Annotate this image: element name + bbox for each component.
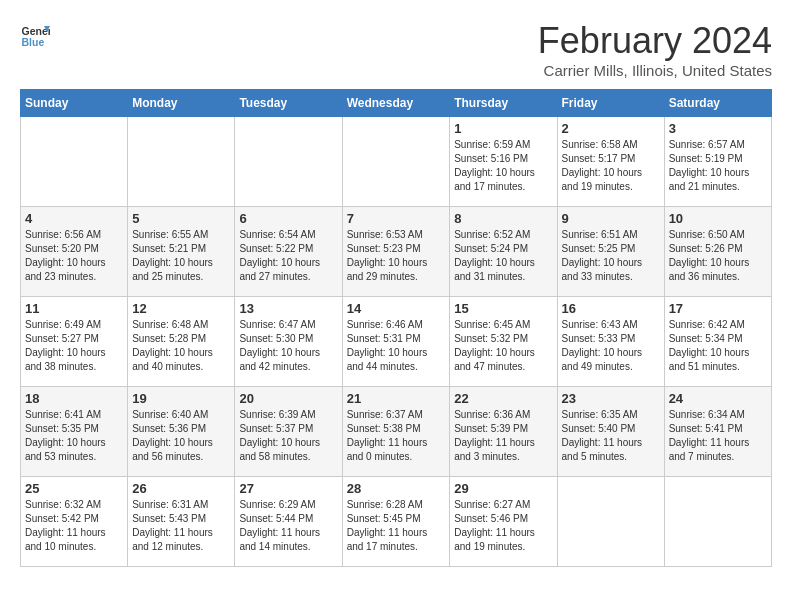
calendar-cell: 15Sunrise: 6:45 AMSunset: 5:32 PMDayligh… bbox=[450, 297, 557, 387]
day-number: 14 bbox=[347, 301, 446, 316]
calendar-week-row: 18Sunrise: 6:41 AMSunset: 5:35 PMDayligh… bbox=[21, 387, 772, 477]
calendar-week-row: 25Sunrise: 6:32 AMSunset: 5:42 PMDayligh… bbox=[21, 477, 772, 567]
title-section: February 2024 Carrier Mills, Illinois, U… bbox=[538, 20, 772, 79]
page-header: General Blue February 2024 Carrier Mills… bbox=[20, 20, 772, 79]
weekday-header: Monday bbox=[128, 90, 235, 117]
calendar-cell bbox=[235, 117, 342, 207]
day-info: Sunrise: 6:49 AMSunset: 5:27 PMDaylight:… bbox=[25, 318, 123, 374]
day-number: 23 bbox=[562, 391, 660, 406]
calendar-cell: 25Sunrise: 6:32 AMSunset: 5:42 PMDayligh… bbox=[21, 477, 128, 567]
day-number: 29 bbox=[454, 481, 552, 496]
day-info: Sunrise: 6:54 AMSunset: 5:22 PMDaylight:… bbox=[239, 228, 337, 284]
weekday-header: Tuesday bbox=[235, 90, 342, 117]
day-info: Sunrise: 6:57 AMSunset: 5:19 PMDaylight:… bbox=[669, 138, 767, 194]
calendar-cell: 27Sunrise: 6:29 AMSunset: 5:44 PMDayligh… bbox=[235, 477, 342, 567]
day-number: 25 bbox=[25, 481, 123, 496]
day-number: 2 bbox=[562, 121, 660, 136]
day-number: 6 bbox=[239, 211, 337, 226]
day-info: Sunrise: 6:47 AMSunset: 5:30 PMDaylight:… bbox=[239, 318, 337, 374]
calendar-cell: 20Sunrise: 6:39 AMSunset: 5:37 PMDayligh… bbox=[235, 387, 342, 477]
day-info: Sunrise: 6:53 AMSunset: 5:23 PMDaylight:… bbox=[347, 228, 446, 284]
day-number: 18 bbox=[25, 391, 123, 406]
calendar-cell: 18Sunrise: 6:41 AMSunset: 5:35 PMDayligh… bbox=[21, 387, 128, 477]
day-info: Sunrise: 6:42 AMSunset: 5:34 PMDaylight:… bbox=[669, 318, 767, 374]
weekday-header: Friday bbox=[557, 90, 664, 117]
day-number: 5 bbox=[132, 211, 230, 226]
calendar-week-row: 1Sunrise: 6:59 AMSunset: 5:16 PMDaylight… bbox=[21, 117, 772, 207]
day-number: 21 bbox=[347, 391, 446, 406]
weekday-header: Thursday bbox=[450, 90, 557, 117]
day-info: Sunrise: 6:39 AMSunset: 5:37 PMDaylight:… bbox=[239, 408, 337, 464]
day-info: Sunrise: 6:59 AMSunset: 5:16 PMDaylight:… bbox=[454, 138, 552, 194]
calendar-cell: 12Sunrise: 6:48 AMSunset: 5:28 PMDayligh… bbox=[128, 297, 235, 387]
day-info: Sunrise: 6:35 AMSunset: 5:40 PMDaylight:… bbox=[562, 408, 660, 464]
day-info: Sunrise: 6:51 AMSunset: 5:25 PMDaylight:… bbox=[562, 228, 660, 284]
calendar-cell bbox=[557, 477, 664, 567]
calendar-cell: 29Sunrise: 6:27 AMSunset: 5:46 PMDayligh… bbox=[450, 477, 557, 567]
day-info: Sunrise: 6:37 AMSunset: 5:38 PMDaylight:… bbox=[347, 408, 446, 464]
weekday-header-row: SundayMondayTuesdayWednesdayThursdayFrid… bbox=[21, 90, 772, 117]
day-number: 20 bbox=[239, 391, 337, 406]
day-number: 15 bbox=[454, 301, 552, 316]
day-number: 26 bbox=[132, 481, 230, 496]
day-number: 27 bbox=[239, 481, 337, 496]
day-number: 8 bbox=[454, 211, 552, 226]
day-info: Sunrise: 6:43 AMSunset: 5:33 PMDaylight:… bbox=[562, 318, 660, 374]
calendar-cell: 4Sunrise: 6:56 AMSunset: 5:20 PMDaylight… bbox=[21, 207, 128, 297]
calendar-cell: 5Sunrise: 6:55 AMSunset: 5:21 PMDaylight… bbox=[128, 207, 235, 297]
day-number: 1 bbox=[454, 121, 552, 136]
calendar-cell: 23Sunrise: 6:35 AMSunset: 5:40 PMDayligh… bbox=[557, 387, 664, 477]
calendar-cell: 24Sunrise: 6:34 AMSunset: 5:41 PMDayligh… bbox=[664, 387, 771, 477]
day-number: 3 bbox=[669, 121, 767, 136]
calendar-cell: 8Sunrise: 6:52 AMSunset: 5:24 PMDaylight… bbox=[450, 207, 557, 297]
calendar-cell bbox=[664, 477, 771, 567]
day-info: Sunrise: 6:52 AMSunset: 5:24 PMDaylight:… bbox=[454, 228, 552, 284]
day-number: 19 bbox=[132, 391, 230, 406]
day-info: Sunrise: 6:41 AMSunset: 5:35 PMDaylight:… bbox=[25, 408, 123, 464]
weekday-header: Sunday bbox=[21, 90, 128, 117]
weekday-header: Saturday bbox=[664, 90, 771, 117]
calendar-cell: 2Sunrise: 6:58 AMSunset: 5:17 PMDaylight… bbox=[557, 117, 664, 207]
day-number: 16 bbox=[562, 301, 660, 316]
day-number: 7 bbox=[347, 211, 446, 226]
subtitle: Carrier Mills, Illinois, United States bbox=[538, 62, 772, 79]
day-number: 24 bbox=[669, 391, 767, 406]
day-info: Sunrise: 6:40 AMSunset: 5:36 PMDaylight:… bbox=[132, 408, 230, 464]
calendar-cell: 11Sunrise: 6:49 AMSunset: 5:27 PMDayligh… bbox=[21, 297, 128, 387]
day-info: Sunrise: 6:34 AMSunset: 5:41 PMDaylight:… bbox=[669, 408, 767, 464]
day-info: Sunrise: 6:36 AMSunset: 5:39 PMDaylight:… bbox=[454, 408, 552, 464]
calendar-cell: 3Sunrise: 6:57 AMSunset: 5:19 PMDaylight… bbox=[664, 117, 771, 207]
day-number: 13 bbox=[239, 301, 337, 316]
day-info: Sunrise: 6:29 AMSunset: 5:44 PMDaylight:… bbox=[239, 498, 337, 554]
calendar-table: SundayMondayTuesdayWednesdayThursdayFrid… bbox=[20, 89, 772, 567]
day-info: Sunrise: 6:50 AMSunset: 5:26 PMDaylight:… bbox=[669, 228, 767, 284]
calendar-cell: 21Sunrise: 6:37 AMSunset: 5:38 PMDayligh… bbox=[342, 387, 450, 477]
day-info: Sunrise: 6:31 AMSunset: 5:43 PMDaylight:… bbox=[132, 498, 230, 554]
day-number: 10 bbox=[669, 211, 767, 226]
calendar-week-row: 4Sunrise: 6:56 AMSunset: 5:20 PMDaylight… bbox=[21, 207, 772, 297]
calendar-cell: 1Sunrise: 6:59 AMSunset: 5:16 PMDaylight… bbox=[450, 117, 557, 207]
day-info: Sunrise: 6:32 AMSunset: 5:42 PMDaylight:… bbox=[25, 498, 123, 554]
calendar-cell: 7Sunrise: 6:53 AMSunset: 5:23 PMDaylight… bbox=[342, 207, 450, 297]
weekday-header: Wednesday bbox=[342, 90, 450, 117]
day-number: 12 bbox=[132, 301, 230, 316]
calendar-cell: 19Sunrise: 6:40 AMSunset: 5:36 PMDayligh… bbox=[128, 387, 235, 477]
calendar-cell: 13Sunrise: 6:47 AMSunset: 5:30 PMDayligh… bbox=[235, 297, 342, 387]
calendar-cell: 6Sunrise: 6:54 AMSunset: 5:22 PMDaylight… bbox=[235, 207, 342, 297]
day-number: 4 bbox=[25, 211, 123, 226]
day-info: Sunrise: 6:56 AMSunset: 5:20 PMDaylight:… bbox=[25, 228, 123, 284]
day-info: Sunrise: 6:27 AMSunset: 5:46 PMDaylight:… bbox=[454, 498, 552, 554]
calendar-cell: 17Sunrise: 6:42 AMSunset: 5:34 PMDayligh… bbox=[664, 297, 771, 387]
day-number: 22 bbox=[454, 391, 552, 406]
day-info: Sunrise: 6:46 AMSunset: 5:31 PMDaylight:… bbox=[347, 318, 446, 374]
day-info: Sunrise: 6:58 AMSunset: 5:17 PMDaylight:… bbox=[562, 138, 660, 194]
svg-text:Blue: Blue bbox=[22, 36, 45, 48]
calendar-cell bbox=[342, 117, 450, 207]
day-number: 11 bbox=[25, 301, 123, 316]
logo: General Blue bbox=[20, 20, 50, 50]
day-number: 17 bbox=[669, 301, 767, 316]
day-info: Sunrise: 6:55 AMSunset: 5:21 PMDaylight:… bbox=[132, 228, 230, 284]
day-info: Sunrise: 6:28 AMSunset: 5:45 PMDaylight:… bbox=[347, 498, 446, 554]
calendar-cell: 10Sunrise: 6:50 AMSunset: 5:26 PMDayligh… bbox=[664, 207, 771, 297]
calendar-cell: 26Sunrise: 6:31 AMSunset: 5:43 PMDayligh… bbox=[128, 477, 235, 567]
